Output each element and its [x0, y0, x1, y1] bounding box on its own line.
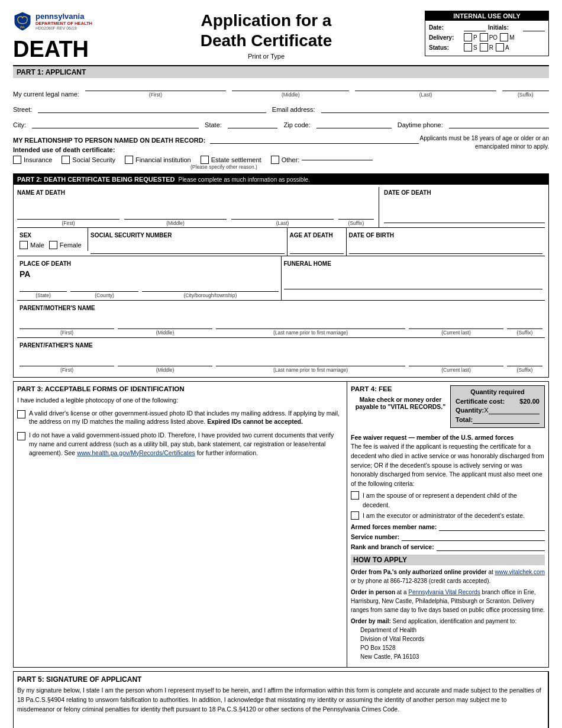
father-lastprior-field[interactable]	[216, 356, 405, 366]
father-middle-field[interactable]	[118, 356, 212, 366]
date-of-death-field[interactable]	[384, 212, 545, 223]
father-lastprior-group: (Last name prior to first marriage)	[216, 356, 405, 373]
father-first-group: (First)	[20, 356, 114, 373]
legal-name-row: My current legal name: (First) (Middle) …	[13, 82, 549, 98]
internal-initials-field[interactable]	[523, 23, 545, 31]
city-sub-group: (City/borough/township)	[142, 281, 278, 298]
male-checkbox[interactable]	[20, 241, 28, 249]
total-label: Total:	[456, 416, 473, 423]
rank-field[interactable]	[437, 543, 545, 551]
county-sub-field[interactable]	[70, 281, 138, 292]
email-label: Email address:	[272, 106, 315, 113]
place-title: PLACE OF DEATH	[20, 260, 279, 267]
delivery-m-box[interactable]	[500, 33, 508, 41]
name-middle-label: (Middle)	[124, 220, 227, 226]
dob-col: DATE OF BIRTH	[347, 228, 545, 256]
last-name-field[interactable]	[355, 82, 496, 91]
status-s-box[interactable]	[464, 43, 472, 51]
father-currentlast-field[interactable]	[409, 356, 503, 366]
street-field[interactable]	[38, 104, 266, 113]
social-security-checkbox[interactable]	[62, 156, 70, 164]
part2-subtitle: Please complete as much information as p…	[178, 176, 309, 183]
part5-title: PART 5: SIGNATURE OF APPLICANT	[17, 675, 544, 684]
female-checkbox[interactable]	[49, 241, 57, 249]
relationship-label: MY RELATIONSHIP TO PERSON NAMED ON DEATH…	[13, 137, 205, 144]
internal-use-box: INTERNAL USE ONLY Date: Initials: Delive…	[425, 11, 549, 56]
place-funeral-row: PLACE OF DEATH PA (State) (County) (City…	[17, 256, 545, 300]
waiver-cb2-checkbox[interactable]	[351, 511, 359, 520]
mother-lastprior-label: (Last name prior to first marriage)	[216, 330, 405, 336]
city-row: City: State: Zip code: Daytime phone:	[13, 119, 549, 128]
rank-row: Rank and branch of service:	[351, 543, 545, 551]
ssn-field[interactable]	[91, 243, 285, 254]
id-option2-checkbox[interactable]	[17, 432, 25, 440]
state-sub-group: (State)	[20, 281, 67, 298]
email-group	[321, 104, 549, 113]
service-number-field[interactable]	[402, 533, 545, 541]
father-first-field[interactable]	[20, 356, 114, 366]
qty-box: Quantity required Certificate cost: $20.…	[450, 385, 545, 428]
waiver-cb1-checkbox[interactable]	[351, 491, 359, 500]
mother-middle-field[interactable]	[118, 318, 212, 329]
middle-name-field[interactable]	[232, 82, 349, 91]
delivery-po-box[interactable]	[480, 33, 488, 41]
part5-container: PART 5: SIGNATURE OF APPLICANT By my sig…	[13, 671, 549, 728]
father-first-label: (First)	[20, 367, 114, 373]
first-name-field[interactable]	[85, 82, 226, 91]
mother-lastprior-field[interactable]	[216, 318, 405, 329]
mother-first-field[interactable]	[20, 318, 114, 329]
pa-vital-records-link[interactable]: Pennsylvania Vital Records	[408, 589, 480, 595]
internal-date-field[interactable]	[464, 23, 486, 31]
age-note: Applicants must be 18 years of age or ol…	[419, 134, 549, 151]
death-label: DEATH	[13, 38, 89, 60]
service-number-label: Service number:	[351, 533, 399, 540]
relationship-field[interactable]	[210, 134, 419, 144]
suffix-field[interactable]	[502, 82, 549, 91]
health-pa-link[interactable]: www.health.pa.gov/MyRecords/Certificates	[77, 449, 195, 456]
insurance-checkbox[interactable]	[13, 156, 21, 164]
financial-checkbox[interactable]	[125, 156, 133, 164]
vitalchek-link[interactable]: www.vitalchek.com	[495, 569, 545, 575]
state-field[interactable]	[228, 119, 278, 128]
delivery-p-box[interactable]	[464, 33, 472, 41]
armed-name-field[interactable]	[439, 523, 545, 531]
name-first-field[interactable]	[17, 209, 119, 220]
mother-suffix-field[interactable]	[507, 318, 542, 329]
name-date-row: NAME AT DEATH (First) (Middle) (Last)	[17, 187, 545, 227]
signature-field[interactable]	[17, 721, 362, 728]
phone-field[interactable]	[449, 119, 549, 128]
dob-title: DATE OF BIRTH	[349, 232, 543, 239]
mother-first-group: (First)	[20, 318, 114, 336]
father-suffix-field[interactable]	[507, 356, 542, 366]
mother-currentlast-field[interactable]	[409, 318, 503, 329]
print-or-type: Print or Type	[108, 53, 425, 60]
mother-currentlast-group: (Current last)	[409, 318, 503, 336]
status-a-box[interactable]	[496, 43, 504, 51]
city-field[interactable]	[32, 119, 199, 128]
mail-div: Division of Vital Records	[360, 634, 545, 643]
name-at-death-col: NAME AT DEATH (First) (Middle) (Last)	[17, 187, 379, 227]
funeral-field[interactable]	[284, 279, 543, 289]
sex-title: SEX	[20, 232, 85, 239]
name-middle-field[interactable]	[124, 209, 227, 220]
name-last-field[interactable]	[231, 209, 334, 220]
part3-intro: I have included a legible photocopy of o…	[17, 396, 343, 405]
total-input[interactable]	[473, 415, 540, 424]
city-sub-field[interactable]	[142, 281, 278, 292]
father-currentlast-label: (Current last)	[409, 367, 503, 373]
id-option1-checkbox[interactable]	[17, 410, 25, 418]
other-field[interactable]	[302, 160, 373, 160]
state-sub-field[interactable]	[20, 281, 67, 292]
age-field[interactable]	[290, 243, 344, 254]
mother-middle-group: (Middle)	[118, 318, 212, 336]
other-checkbox[interactable]	[271, 156, 279, 164]
name-suffix-field[interactable]	[338, 209, 374, 220]
zip-field[interactable]	[316, 119, 392, 128]
dob-field[interactable]	[349, 243, 543, 254]
estate-checkbox[interactable]	[201, 156, 209, 164]
status-r-box[interactable]	[480, 43, 488, 51]
email-field[interactable]	[321, 104, 549, 113]
mother-lastprior-group: (Last name prior to first marriage)	[216, 318, 405, 336]
qty-input[interactable]	[489, 406, 540, 414]
date-field[interactable]	[372, 721, 544, 728]
